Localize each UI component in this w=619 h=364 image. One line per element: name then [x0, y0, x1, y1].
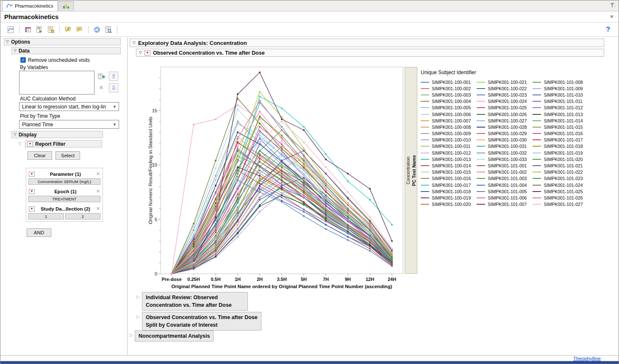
move-down-icon[interactable]: ⇩: [109, 83, 118, 92]
legend-item[interactable]: SIMPK001-100-009: [421, 131, 471, 137]
legend-item[interactable]: SIMPK001-101-010: [533, 92, 583, 98]
annotate-bubble-icon[interactable]: [64, 25, 72, 34]
legend-item[interactable]: SIMPK001-101-021: [533, 162, 583, 169]
filter-value[interactable]: 2: [65, 213, 101, 220]
eda-outline-header[interactable]: ▽ Exploratory Data Analysis: Concentrati…: [130, 39, 604, 47]
auc-method-select[interactable]: Linear to regression start, then log-lin…: [19, 102, 119, 111]
close-icon[interactable]: ×: [610, 13, 613, 20]
covariate-split-header[interactable]: Observed Concentration vs. Time after Do…: [142, 312, 261, 331]
legend-item[interactable]: SIMPK001-100-022: [477, 85, 527, 92]
legend-item[interactable]: SIMPK001-100-033: [477, 156, 527, 162]
legend-item[interactable]: SIMPK001-100-015: [421, 169, 471, 175]
select-button[interactable]: Select: [56, 151, 80, 160]
legend-item[interactable]: SIMPK001-100-023: [477, 92, 527, 98]
options-header[interactable]: ▽ Options: [4, 38, 121, 45]
legend-item[interactable]: SIMPK001-100-005: [421, 105, 471, 111]
red-triangle-menu-icon[interactable]: ▼: [27, 142, 33, 147]
tab-pharmacokinetics[interactable]: Pharmacokinetics: [2, 0, 58, 11]
legend-item[interactable]: SIMPK001-100-032: [477, 150, 527, 156]
legend-item[interactable]: SIMPK001-101-003: [477, 175, 527, 182]
legend-item[interactable]: SIMPK001-100-006: [421, 111, 471, 117]
legend-item[interactable]: SIMPK001-101-009: [533, 85, 583, 92]
legend-item[interactable]: SIMPK001-100-017: [421, 182, 471, 188]
clear-button[interactable]: Clear: [28, 151, 52, 160]
legend-item[interactable]: SIMPK001-101-002: [477, 169, 527, 175]
legend-item[interactable]: SIMPK001-100-001: [421, 79, 471, 85]
legend-item[interactable]: SIMPK001-100-024: [477, 98, 527, 105]
collapsed-triangle-icon[interactable]: ▷: [130, 333, 133, 337]
legend-item[interactable]: SIMPK001-101-017: [533, 137, 583, 143]
remove-filter-icon[interactable]: ✕: [96, 189, 100, 194]
filter-value[interactable]: Concentration SERUM (mg/L): [28, 178, 100, 185]
legend-item[interactable]: SIMPK001-100-012: [421, 150, 471, 156]
filter-value[interactable]: TREATMENT: [28, 196, 100, 202]
legend-item[interactable]: SIMPK001-100-028: [477, 124, 527, 130]
legend-item[interactable]: SIMPK001-101-006: [477, 195, 527, 201]
legend-item[interactable]: SIMPK001-101-014: [533, 117, 583, 124]
legend-item[interactable]: SIMPK001-101-013: [533, 111, 583, 117]
open-triangle-icon[interactable]: ▽: [139, 51, 142, 55]
open-triangle-icon[interactable]: ▽: [14, 49, 17, 53]
export-document-icon[interactable]: [35, 25, 44, 34]
open-triangle-icon[interactable]: ▽: [18, 142, 21, 146]
comment-bubble-icon[interactable]: [75, 25, 84, 34]
save-document-icon[interactable]: [47, 25, 55, 34]
remove-unscheduled-checkbox[interactable]: ✓: [20, 57, 26, 63]
legend-item[interactable]: SIMPK001-100-027: [477, 117, 527, 124]
concentration-time-plot[interactable]: 051015Pre-dose0.25H0.5H1H2H3.5H5H7H9H12H…: [147, 64, 406, 292]
legend-item[interactable]: SIMPK001-100-004: [421, 98, 471, 105]
open-triangle-icon[interactable]: ▽: [14, 133, 17, 136]
legend-item[interactable]: SIMPK001-101-025: [533, 188, 583, 195]
legend-item[interactable]: SIMPK001-101-016: [533, 131, 583, 137]
legend-item[interactable]: SIMPK001-101-001: [477, 162, 527, 169]
data-section-header[interactable]: ▽ Data: [11, 47, 121, 54]
legend-item[interactable]: SIMPK001-101-022: [533, 169, 583, 175]
legend-item[interactable]: SIMPK001-100-025: [477, 105, 527, 111]
collapsed-triangle-icon[interactable]: ▷: [136, 295, 140, 299]
remove-filter-icon[interactable]: ✕: [96, 171, 100, 177]
legend-item[interactable]: SIMPK001-101-008: [533, 79, 583, 85]
preview-search-icon[interactable]: [104, 25, 113, 34]
tab-distribution[interactable]: [58, 1, 74, 11]
report-filter-header[interactable]: ▼ Report Filter: [25, 140, 102, 147]
legend-item[interactable]: SIMPK001-100-019: [421, 195, 471, 201]
legend-item[interactable]: SIMPK001-101-018: [533, 143, 583, 150]
legend-item[interactable]: SIMPK001-101-015: [533, 124, 583, 130]
legend-item[interactable]: SIMPK001-100-026: [477, 111, 527, 117]
funnel-icon[interactable]: [609, 2, 616, 10]
time-type-select[interactable]: Planned Time ▼: [19, 120, 119, 129]
legend-item[interactable]: SIMPK001-100-007: [421, 117, 471, 124]
and-button[interactable]: AND: [27, 228, 51, 237]
legend-item[interactable]: SIMPK001-100-030: [477, 137, 527, 143]
legend-item[interactable]: SIMPK001-101-004: [477, 182, 527, 188]
add-column-icon[interactable]: [97, 72, 106, 81]
new-report-icon[interactable]: [6, 25, 15, 34]
legend-item[interactable]: SIMPK001-101-026: [533, 195, 583, 201]
legend-item[interactable]: SIMPK001-100-016: [421, 175, 471, 182]
legend-item[interactable]: SIMPK001-100-031: [477, 143, 527, 150]
legend-item[interactable]: SIMPK001-100-029: [477, 131, 527, 137]
filter-value[interactable]: 1: [28, 213, 64, 220]
red-triangle-menu-icon[interactable]: ▼: [144, 50, 150, 56]
legend-item[interactable]: SIMPK001-100-013: [421, 156, 471, 162]
legend-item[interactable]: SIMPK001-101-020: [533, 156, 583, 162]
legend-item[interactable]: SIMPK001-100-008: [421, 124, 471, 130]
collapsed-triangle-icon[interactable]: ▷: [136, 314, 140, 319]
legend-item[interactable]: SIMPK001-100-014: [421, 162, 471, 169]
refresh-web-icon[interactable]: [93, 25, 101, 34]
legend-item[interactable]: SIMPK001-101-005: [477, 188, 527, 195]
open-triangle-icon[interactable]: ▽: [133, 41, 136, 45]
legend-item[interactable]: SIMPK001-100-021: [477, 79, 527, 85]
observed-outline-header[interactable]: ▽ ▼ Observed Concentration vs. Time afte…: [136, 49, 604, 57]
open-triangle-icon[interactable]: ▽: [6, 40, 9, 44]
individual-review-header[interactable]: Individual Review: Observed Concentratio…: [142, 292, 248, 311]
help-icon[interactable]: ?: [606, 26, 610, 33]
display-section-header[interactable]: ▽ Display: [11, 131, 103, 138]
legend-item[interactable]: SIMPK001-100-020: [421, 201, 471, 208]
data-table-link[interactable]: Theophylline: [573, 356, 601, 361]
legend-item[interactable]: SIMPK001-101-023: [533, 175, 583, 182]
red-triangle-menu-icon[interactable]: ▼: [29, 189, 35, 194]
nca-header[interactable]: Noncompartmental Analysis: [135, 331, 214, 342]
by-variables-listbox[interactable]: [19, 71, 94, 94]
legend-item[interactable]: SIMPK001-100-002: [421, 85, 471, 92]
